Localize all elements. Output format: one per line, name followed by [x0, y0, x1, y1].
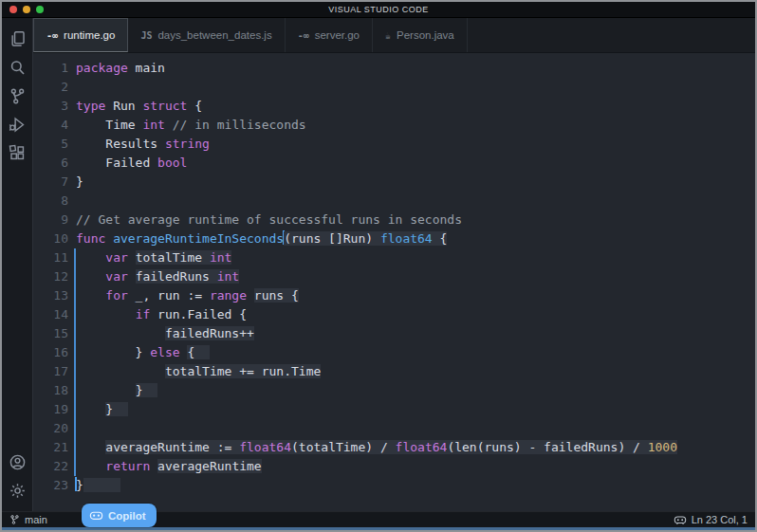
line-number: 21 — [33, 438, 68, 457]
line-number: 18 — [33, 381, 68, 400]
tab-label: Person.java — [397, 29, 454, 41]
line-number: 1 — [33, 59, 68, 78]
copilot-badge[interactable]: Copilot — [82, 504, 157, 527]
branch-name: main — [25, 514, 47, 525]
line-number: 13 — [33, 286, 68, 305]
code-line[interactable]: 20 — [33, 419, 755, 438]
code-line[interactable]: 3type Run struct { — [33, 97, 755, 116]
extensions-icon[interactable] — [4, 139, 30, 166]
line-number: 15 — [33, 324, 68, 343]
code-line[interactable]: 1package main — [33, 59, 755, 78]
code-line[interactable]: 18 } — [33, 381, 755, 400]
code-line[interactable]: 9// Get average runtime of successful ru… — [33, 211, 755, 229]
code-line[interactable]: 6 Failed bool — [33, 154, 755, 173]
settings-gear-icon[interactable] — [4, 477, 30, 504]
line-number: 22 — [33, 457, 68, 476]
run-and-debug-icon[interactable] — [4, 111, 30, 138]
cursor-position: Ln 23 Col, 1 — [692, 514, 748, 525]
line-number: 8 — [33, 192, 68, 211]
line-number: 2 — [33, 78, 68, 97]
tab-person-java[interactable]: ☕ Person.java — [373, 18, 468, 52]
code-line[interactable]: 10func averageRuntimeInSeconds(runs []Ru… — [33, 229, 755, 248]
line-number: 20 — [33, 419, 68, 438]
active-indent-guide — [74, 248, 76, 476]
code-line[interactable]: 8 — [33, 192, 755, 211]
line-number: 11 — [33, 248, 68, 267]
code-line[interactable]: 4 Time int // in milliseconds — [33, 116, 755, 135]
titlebar: Visual Studio Code — [2, 2, 755, 18]
source-control-icon[interactable] — [4, 83, 30, 109]
copilot-icon — [89, 510, 103, 522]
code-line[interactable]: 7} — [33, 173, 755, 192]
editor[interactable]: 1package main23type Run struct {4 Time i… — [33, 53, 755, 511]
tab-label: server.go — [315, 29, 360, 41]
vscode-window: Visual Studio Code — [0, 0, 757, 532]
line-number: 16 — [33, 343, 68, 362]
code-line[interactable]: 11 var totalTime int — [33, 248, 755, 267]
line-number: 7 — [33, 173, 68, 192]
line-number: 4 — [33, 116, 68, 135]
activity-bar — [2, 18, 33, 511]
window-bottom-edge — [2, 527, 755, 530]
tab-server-go[interactable]: -∞ server.go — [286, 18, 373, 52]
line-number: 3 — [33, 97, 68, 116]
code-line[interactable]: 2 — [33, 78, 755, 97]
code-line[interactable]: 14 if run.Failed { — [33, 305, 755, 324]
code-line[interactable]: 12 var failedRuns int — [33, 267, 755, 286]
git-branch-icon — [9, 514, 20, 525]
code-line[interactable]: 19 } — [33, 400, 755, 419]
tab-label: days_between_dates.js — [157, 29, 271, 41]
go-icon: -∞ — [298, 30, 309, 41]
search-icon[interactable] — [4, 54, 30, 81]
line-number: 9 — [33, 211, 68, 229]
js-icon: JS — [140, 30, 152, 41]
line-number: 10 — [33, 229, 68, 248]
line-number: 23 — [33, 476, 68, 495]
code-line[interactable]: 13 for _, run := range runs { — [33, 286, 755, 305]
git-branch-indicator[interactable]: main — [9, 514, 47, 525]
code-line[interactable]: 21 averageRuntime := float64(totalTime) … — [33, 438, 755, 457]
code-line[interactable]: 17 totalTime += run.Time — [33, 362, 755, 381]
code-line[interactable]: 22 return averageRuntime — [33, 457, 755, 476]
tab-label: runtime.go — [64, 29, 115, 41]
code-line[interactable]: 15 failedRuns++ — [33, 324, 755, 343]
go-icon: -∞ — [46, 30, 58, 41]
code-line[interactable]: 16 } else { — [33, 343, 755, 362]
copilot-badge-label: Copilot — [108, 510, 146, 522]
line-number: 17 — [33, 362, 68, 381]
cursor-position-indicator[interactable]: Ln 23 Col, 1 — [674, 514, 748, 525]
window-title: Visual Studio Code — [2, 5, 755, 14]
line-number: 5 — [33, 135, 68, 154]
line-number: 19 — [33, 400, 68, 419]
copilot-icon — [674, 515, 687, 525]
code-line[interactable]: 5 Results string — [33, 135, 755, 154]
tab-days-between-dates-js[interactable]: JS days_between_dates.js — [128, 18, 285, 52]
code-lines: 1package main23type Run struct {4 Time i… — [33, 53, 755, 495]
tab-runtime-go[interactable]: -∞ runtime.go — [33, 18, 128, 52]
tab-bar: -∞ runtime.go JS days_between_dates.js -… — [33, 18, 755, 53]
line-number: 6 — [33, 154, 68, 173]
line-number: 14 — [33, 305, 68, 324]
java-icon: ☕ — [385, 30, 391, 41]
explorer-icon[interactable] — [4, 26, 30, 52]
line-number: 12 — [33, 267, 68, 286]
code-line[interactable]: 23} — [33, 476, 755, 495]
account-icon[interactable] — [4, 449, 30, 475]
